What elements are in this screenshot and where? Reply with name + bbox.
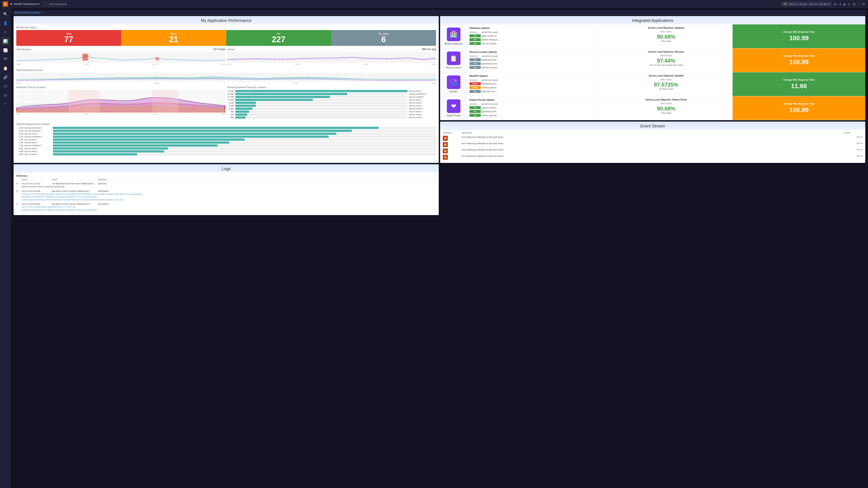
fullscreen-button[interactable]: ⛶	[857, 2, 861, 6]
forward-button[interactable]: ⏵	[848, 2, 851, 6]
add-template-variables-link[interactable]: Add Template Variables	[14, 11, 40, 13]
sidebar-item-settings[interactable]: ⚙	[1, 91, 9, 99]
response-label: aws:ap-northeast-2	[24, 135, 52, 138]
time-spent-section: Total time spent by service 13:4514:0014…	[13, 67, 439, 86]
logs-body: All Errors ↗ DATE HOST SERVICE ● Oct 14 …	[13, 173, 439, 215]
download-value: 17,501	[227, 99, 234, 101]
slo-cell: Service Level Objective: Database Past 7…	[600, 24, 733, 48]
avg-resp-title: Average URL Response Time	[783, 103, 815, 105]
time-range-selector[interactable]: 1h Oct 14, 1:41 pm – Oct 14, 2:41 pm ▾	[781, 2, 832, 6]
response-time-axis: 13:4514:0014:1514:30	[16, 113, 225, 115]
response-download-section: Response Time (by Location)	[13, 86, 439, 121]
events-container: 🔔 Error delivering notification to Micro…	[443, 136, 863, 160]
settings-button[interactable]: ⚙	[862, 2, 865, 6]
sidebar-item-help[interactable]: ?	[1, 100, 9, 108]
slowest-responses-label: Slowest Responses (by Location)	[16, 123, 436, 125]
avg-resp-value: 100.99	[789, 106, 809, 113]
ok-count: 227	[228, 35, 329, 43]
dashboard-title: Health Dashboard	[13, 2, 37, 6]
play-button[interactable]: ▶	[844, 2, 846, 6]
response-label: aws:eu-west-1	[24, 150, 52, 153]
monitor-name: [Siti] There are ...	[482, 90, 597, 93]
sidebar-item-logs[interactable]: 📋	[1, 64, 9, 72]
uptime-cell: Database Uptime STATUSMONITOR NAME OK {{…	[467, 24, 600, 48]
warn-count: 21	[123, 35, 224, 43]
avg-response-cell: Average URL Response Time 100.99	[733, 96, 865, 120]
sidebar-item-search[interactable]: 🔍	[1, 10, 9, 18]
back-button[interactable]: ⏴	[839, 2, 842, 6]
integrated-title: Integrated Applications	[440, 16, 865, 24]
monitor-name: Service number-...	[482, 42, 597, 45]
uptime-row: OK Service ad-aucti...	[469, 114, 597, 117]
response-bar-item: 0.82 aws:eu-west-3	[16, 147, 436, 150]
total-requests-chart-area	[16, 52, 225, 63]
response-label: aws:eu-north-1	[24, 133, 52, 135]
uptime-row: WARN [3Pillars] web-st...	[469, 86, 597, 89]
event-message: Error delivering notification to Microso…	[462, 142, 844, 145]
bar-track	[53, 127, 436, 129]
event-source-icon: 🔔	[443, 136, 448, 141]
sidebar-item-map[interactable]: 🗺	[1, 55, 9, 63]
app-row-1: 📋 Record Locator Record Locator Uptime S…	[440, 48, 865, 72]
download-value: 783	[227, 110, 234, 113]
download-label: aws:us-west-2	[409, 110, 436, 113]
slowest-download-section: Slowest Download Times (by Location) 71,…	[227, 86, 436, 119]
status-box-ok[interactable]: OK 227	[226, 30, 331, 46]
logs-external-link[interactable]: ↗	[434, 175, 436, 177]
time-spent-axis: 13:4514:0014:1514:30	[16, 82, 436, 84]
status-badge: OK	[469, 114, 481, 117]
log-service: auth-dotnet	[98, 203, 121, 205]
help-icon[interactable]: ?	[42, 11, 43, 13]
sidebar-item-tags[interactable]: 🏷	[1, 82, 9, 90]
edit-dashboard-button[interactable]: + + Edit Dashboard	[42, 2, 69, 6]
status-box-warn[interactable]: Warn 21	[121, 30, 226, 46]
grid-view-button[interactable]: ⊞	[853, 2, 856, 6]
response-bar-item: 2.18 aws:ap-northeast-1	[16, 130, 436, 132]
uptime-cell: Record Locator Uptime STATUSMONITOR NAME…	[467, 48, 600, 72]
download-label: aws:eu-west-1	[409, 105, 436, 107]
event-stream-panel: Event Stream SOURCE MESSAGE DATE 🔔 Error…	[440, 122, 865, 163]
uptime-col-headers: STATUSMONITOR NAME	[469, 79, 597, 81]
bar-track	[53, 130, 436, 132]
uptime-title: Database Uptime	[469, 27, 597, 29]
bar-fill	[235, 110, 249, 113]
sidebar-item-dashboard[interactable]: 📊	[1, 37, 9, 45]
avg-resp-value: 11.66	[791, 83, 807, 90]
sidebar: 🔍 👤 ≡ 📊 📈 🗺 📋 🔗 🏷 ⚙ ?	[0, 8, 11, 488]
bar-track	[53, 150, 436, 153]
bar-fill	[235, 102, 256, 104]
sidebar-item-integrations[interactable]: 🔗	[1, 73, 9, 81]
nav-title-group: ★ Health Dashboard ▾	[10, 2, 40, 6]
status-box-nodata[interactable]: No Data 6	[331, 30, 436, 46]
logs-panel: Logs All Errors ↗ DATE HOST SERVICE ● Oc	[13, 164, 439, 215]
status-badge: NO	[469, 90, 481, 93]
slo-title: Service Level Objective: Records	[602, 51, 730, 53]
log-continuation: HTTP "POST" /check-token responded 500 i…	[16, 205, 436, 212]
slo-title: Service Level Objective: Database	[602, 27, 730, 29]
chevron-down-icon[interactable]: ▾	[38, 2, 40, 6]
status-box-alert[interactable]: Alert 77	[16, 30, 121, 46]
star-icon[interactable]: ★	[10, 2, 13, 6]
uptime-row: NO [Synthetics] DAS...	[469, 62, 597, 65]
sidebar-item-user[interactable]: 👤	[1, 19, 9, 27]
sidebar-item-metrics[interactable]: 📈	[1, 46, 9, 54]
event-stream-body: SOURCE MESSAGE DATE 🔔 Error delivering n…	[440, 130, 865, 163]
slo-target: 89.998% target	[602, 88, 730, 90]
response-label: aws:sa-east-1	[24, 138, 52, 141]
download-value: 71,105	[227, 90, 234, 92]
right-column: Integrated Applications 🏥 Medical Databa…	[440, 16, 865, 163]
status-boxes: Alert 77 Warn 21 OK 227 No Data	[16, 30, 436, 46]
latency-axis: 13:4514:0014:1514:30	[227, 63, 436, 65]
download-value: 1,024	[227, 107, 234, 110]
uptime-row: OK Service number-...	[469, 42, 597, 45]
response-value: 1.23	[16, 144, 23, 147]
monitors-label: Monitors (by Status)	[16, 26, 436, 29]
sidebar-item-list[interactable]: ≡	[1, 28, 9, 36]
download-label: aws:sa-east-1	[409, 90, 436, 92]
bar-fill	[53, 141, 229, 144]
response-value: 2.15	[16, 133, 23, 135]
log-main-row: ● Oct 14 14:41:41.007 vm-3bb28468-8026-4…	[16, 183, 436, 185]
status-badge: ALERT	[469, 82, 481, 85]
rewind-button[interactable]: ⏮	[834, 2, 837, 6]
avg-resp-value: 100.99	[789, 59, 809, 66]
